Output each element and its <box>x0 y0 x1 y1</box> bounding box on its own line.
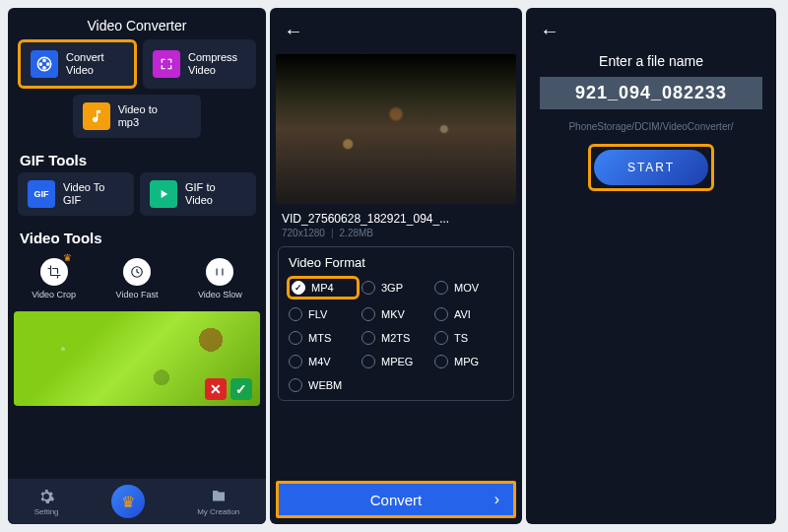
format-label: MPEG <box>381 356 413 367</box>
radio-icon <box>434 307 448 321</box>
format-box: Video Format MP43GPMOVFLVMKVAVIMTSM2TSTS… <box>278 246 514 401</box>
format-label: M2TS <box>381 332 410 344</box>
start-button[interactable]: START <box>594 150 708 185</box>
format-label: MPG <box>454 356 479 367</box>
card-label: Video tomp3 <box>118 103 158 129</box>
folder-icon <box>210 488 228 505</box>
video-tools-heading: Video Tools <box>8 222 266 250</box>
format-option-flv[interactable]: FLV <box>289 307 358 321</box>
format-option-mpg[interactable]: MPG <box>434 355 503 368</box>
radio-icon <box>292 281 305 295</box>
radio-icon <box>434 281 448 295</box>
crown-icon: ♛ <box>63 252 72 263</box>
back-button[interactable]: ← <box>526 8 573 54</box>
video-filename: VID_27560628_182921_094_... <box>270 204 522 228</box>
nav-label: My Creation <box>197 507 239 516</box>
radio-icon <box>289 355 302 368</box>
radio-icon <box>361 281 375 295</box>
tool-label: Video Crop <box>32 290 76 299</box>
format-option-mts[interactable]: MTS <box>289 331 358 345</box>
format-title: Video Format <box>289 255 503 270</box>
back-button[interactable]: ← <box>270 8 317 54</box>
svg-point-2 <box>47 63 49 65</box>
crop-icon: ♛ <box>40 258 68 286</box>
svg-point-3 <box>43 67 45 69</box>
format-label: AVI <box>454 308 471 320</box>
fast-icon <box>123 258 151 286</box>
video-crop-tool[interactable]: ♛ Video Crop <box>32 258 76 299</box>
format-label: MP4 <box>311 282 334 294</box>
video-slow-tool[interactable]: Video Slow <box>198 258 242 299</box>
save-path: PhoneStorage/DCIM/VideoConverter/ <box>526 117 776 144</box>
compress-icon <box>153 50 180 78</box>
tool-label: Video Slow <box>198 290 242 299</box>
panel-save: ← Enter a file name 921_094_082233 Phone… <box>526 8 776 524</box>
gear-icon <box>37 488 55 505</box>
chevron-right-icon: › <box>494 491 499 508</box>
start-highlight: START <box>588 144 714 191</box>
slow-icon <box>206 258 233 286</box>
convert-video-card[interactable]: ConvertVideo <box>18 39 137 89</box>
panel-format: ← VID_27560628_182921_094_... 720x1280|2… <box>270 8 522 524</box>
radio-icon <box>289 378 302 392</box>
card-label: ConvertVideo <box>66 51 104 77</box>
svg-point-1 <box>43 59 45 61</box>
format-label: MOV <box>454 282 479 294</box>
radio-icon <box>434 355 448 368</box>
compress-video-card[interactable]: CompressVideo <box>143 39 256 89</box>
format-option-m4v[interactable]: M4V <box>289 355 358 368</box>
reject-button[interactable]: ✕ <box>205 378 227 400</box>
format-label: WEBM <box>308 379 342 391</box>
radio-icon <box>289 331 302 345</box>
format-label: TS <box>454 332 468 344</box>
app-title: Video Converter <box>8 8 266 39</box>
format-label: MTS <box>308 332 331 344</box>
bottom-nav: Setting ♛ My Creation <box>8 479 266 524</box>
format-option-mkv[interactable]: MKV <box>361 307 430 321</box>
svg-point-4 <box>39 63 41 65</box>
format-option-mp4[interactable]: MP4 <box>287 276 360 299</box>
format-option-ts[interactable]: TS <box>434 331 503 345</box>
nav-label: Setting <box>34 507 59 516</box>
play-icon <box>150 180 177 208</box>
gif-tools-heading: GIF Tools <box>8 144 266 172</box>
tool-label: Video Fast <box>116 290 159 299</box>
convert-label: Convert <box>370 492 423 508</box>
convert-button[interactable]: Convert › <box>276 481 516 518</box>
panel-home: Video Converter ConvertVideo CompressVid… <box>8 8 266 524</box>
format-label: MKV <box>381 308 405 320</box>
format-option-avi[interactable]: AVI <box>434 307 503 321</box>
accept-button[interactable]: ✓ <box>230 378 252 400</box>
video-fast-tool[interactable]: Video Fast <box>116 258 159 299</box>
format-option-webm[interactable]: WEBM <box>289 378 358 392</box>
format-label: FLV <box>308 308 327 320</box>
format-option-m2ts[interactable]: M2TS <box>361 331 430 345</box>
gif-icon: GIF <box>28 180 55 208</box>
format-label: M4V <box>308 356 331 367</box>
format-option-3gp[interactable]: 3GP <box>361 278 430 298</box>
card-label: GIF toVideo <box>185 181 216 207</box>
radio-icon <box>361 307 375 321</box>
format-option-mpeg[interactable]: MPEG <box>361 355 430 368</box>
format-label: 3GP <box>381 282 403 294</box>
format-option-mov[interactable]: MOV <box>434 278 503 298</box>
premium-button[interactable]: ♛ <box>111 485 145 518</box>
video-to-gif-card[interactable]: GIF Video ToGIF <box>18 172 134 216</box>
nav-setting[interactable]: Setting <box>34 488 59 516</box>
card-label: CompressVideo <box>188 51 237 77</box>
radio-icon <box>361 331 375 345</box>
game-preview: ✕ ✓ <box>14 311 260 406</box>
film-reel-icon <box>31 50 58 78</box>
card-label: Video ToGIF <box>63 181 104 207</box>
video-to-mp3-card[interactable]: Video tomp3 <box>73 95 202 138</box>
music-note-icon <box>83 102 110 130</box>
video-meta: 720x1280|2.28MB <box>270 228 522 246</box>
radio-icon <box>434 331 448 345</box>
nav-creation[interactable]: My Creation <box>197 488 239 516</box>
gif-to-video-card[interactable]: GIF toVideo <box>140 172 256 216</box>
radio-icon <box>289 307 302 321</box>
radio-icon <box>361 355 375 368</box>
filename-input[interactable]: 921_094_082233 <box>540 77 762 109</box>
video-preview <box>276 54 516 204</box>
